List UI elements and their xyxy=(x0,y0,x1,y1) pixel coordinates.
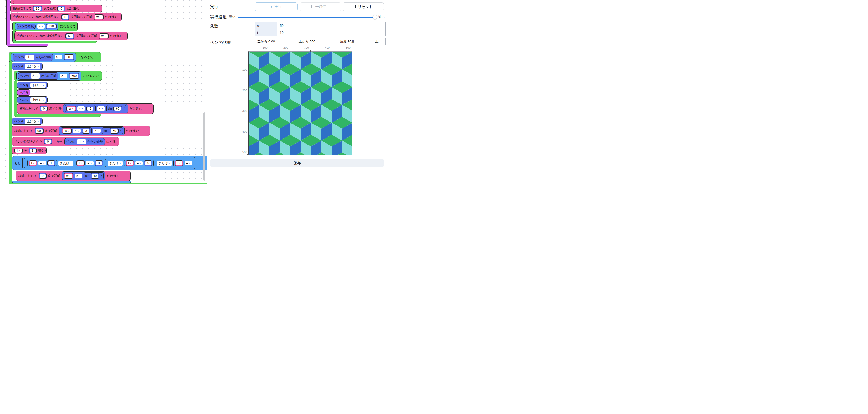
dropdown-field[interactable]: 上げる▼ xyxy=(25,64,40,69)
number-field[interactable]: 0 xyxy=(40,106,48,111)
variable-field[interactable]: w▼ xyxy=(99,33,108,39)
variable-field[interactable]: i▼ xyxy=(29,160,37,166)
expression-group[interactable]: ペンの左▼からの距離>▼600 xyxy=(16,71,81,80)
variable-field[interactable]: i▼ xyxy=(175,160,183,166)
number-field[interactable]: 330 xyxy=(46,24,57,29)
until-pen-angle-330-tail[interactable] xyxy=(12,40,97,43)
pen-up-3[interactable]: ペンを上げる▼ xyxy=(12,118,42,125)
expression-group[interactable]: ペンの左▼からの距離 xyxy=(18,72,58,79)
dropdown-field[interactable]: または▼ xyxy=(58,161,73,166)
if-block-tail[interactable] xyxy=(12,181,131,183)
dropdown-field[interactable]: 下げる▼ xyxy=(30,83,45,88)
dropdown-field[interactable]: 上▼ xyxy=(77,139,86,144)
number-field[interactable]: 3 xyxy=(95,160,103,166)
until-pen-left-600[interactable]: ペンの左▼からの距離>▼600になるまで xyxy=(14,71,102,81)
expression-group[interactable]: i▼=▼3 xyxy=(75,160,104,167)
until-pen-left-600-tail[interactable] xyxy=(14,114,101,117)
number-field[interactable]: 60 xyxy=(110,128,119,134)
rotate-60-forward-w[interactable]: 今向いている方向から時計回りに60度回転して距離w▼だけ進む xyxy=(14,32,128,40)
expression-group[interactable]: ペンの角度 xyxy=(17,24,36,29)
variable-field[interactable]: i▼ xyxy=(14,148,23,153)
number-field[interactable]: 2 xyxy=(86,106,94,111)
pen-down[interactable]: ペンを下げる▼ xyxy=(17,82,48,89)
expression-group[interactable]: w▼×▼sin60° xyxy=(62,171,105,180)
expression-group[interactable]: ペンの角度≥▼330 xyxy=(15,23,58,30)
number-field[interactable]: 600 xyxy=(64,54,74,60)
pen-up-1[interactable]: ペンを上げる▼ xyxy=(12,63,42,70)
number-field[interactable]: 90 xyxy=(35,128,43,134)
expression-group[interactable]: i▼=▼1または▼i▼=▼3 xyxy=(26,159,106,168)
variable-field[interactable]: w▼ xyxy=(62,128,72,134)
speed-slider-thumb[interactable] xyxy=(373,14,377,19)
move-angle-30-dist-0[interactable]: 横軸に対して30度で距離0だけ進む xyxy=(10,5,102,12)
number-field[interactable]: 3 xyxy=(82,128,90,134)
dropdown-field[interactable]: >▼ xyxy=(55,55,62,59)
until-pen-top-600-bar[interactable] xyxy=(9,62,12,183)
save-button[interactable]: 保存 xyxy=(210,159,384,167)
move-0-w-x2-sin60[interactable]: 横軸に対して0度で距離w▼×▼2×▼sin60°だけ進む xyxy=(17,104,154,114)
expression-group[interactable]: ペンの上▼からの距離 xyxy=(13,54,53,61)
number-field[interactable]: 600 xyxy=(69,73,80,78)
outer-loop-bottom-strip[interactable] xyxy=(9,183,207,184)
variable-field[interactable]: w▼ xyxy=(66,106,76,111)
expression-group[interactable]: i▼=▼ xyxy=(174,160,193,167)
block-workspace[interactable]: ）横軸に対して30度で距離0だけ進む今向いている方向から時計回りに0度回転して距… xyxy=(0,0,207,184)
move-0-w-sin60[interactable]: 横軸に対して0度で距離w▼×▼sin60°だけ進む xyxy=(16,171,131,181)
run-button[interactable]: 実行 xyxy=(254,2,298,11)
dropdown-field[interactable]: または▼ xyxy=(107,161,123,166)
number-field[interactable]: 0 xyxy=(61,14,69,20)
dropdown-field[interactable]: =▼ xyxy=(38,161,46,165)
expression-group[interactable]: i▼=▼5 xyxy=(124,160,154,167)
expression-group[interactable]: sin60° xyxy=(84,172,104,179)
expression-group[interactable]: w▼×▼3×▼cos60° xyxy=(59,127,125,135)
dropdown-field[interactable]: ×▼ xyxy=(73,129,81,133)
dropdown-field[interactable]: ×▼ xyxy=(93,129,100,133)
move-90-w-x3-cos60[interactable]: 横軸に対して90度で距離w▼×▼3×▼cos60°だけ進む xyxy=(12,126,150,136)
outer-loop-bottom-tail[interactable] xyxy=(6,44,49,47)
number-field[interactable]: 0 xyxy=(44,139,52,144)
variable-field[interactable]: w▼ xyxy=(64,173,73,179)
until-pen-left-600-bar[interactable] xyxy=(14,81,17,114)
variable-field[interactable]: w▼ xyxy=(94,14,104,20)
dropdown-field[interactable]: =▼ xyxy=(135,161,143,165)
outer-loop-left-bar[interactable] xyxy=(6,0,10,44)
dropdown-field[interactable]: 上げる▼ xyxy=(30,97,45,103)
number-field[interactable]: 1 xyxy=(48,160,55,166)
expression-group[interactable]: i▼=▼1 xyxy=(27,160,57,167)
dropdown-field[interactable]: ×▼ xyxy=(97,106,105,111)
dropdown-field[interactable]: =▼ xyxy=(185,161,192,165)
number-field[interactable]: 60 xyxy=(113,106,122,111)
dropdown-field[interactable]: >▼ xyxy=(60,74,67,78)
expression-group[interactable]: cos60° xyxy=(102,128,123,134)
number-field[interactable]: 60 xyxy=(65,33,74,39)
number-field[interactable]: 60 xyxy=(91,173,99,179)
number-field[interactable]: 0 xyxy=(39,173,46,179)
set-pen-position[interactable]: ペンの位置を左から0上からペンの上▼からの距離にする xyxy=(12,137,119,146)
expression-group[interactable]: w▼×▼2 xyxy=(65,105,96,112)
dropdown-field[interactable]: =▼ xyxy=(86,161,93,165)
dropdown-field[interactable]: ≥▼ xyxy=(37,24,44,29)
expression-group[interactable]: w▼×▼2×▼sin60° xyxy=(63,104,128,113)
clipped-top-block[interactable]: ） xyxy=(10,0,51,4)
dropdown-field[interactable]: ×▼ xyxy=(75,174,82,178)
hexagon-call[interactable]: 六角形 xyxy=(17,90,30,96)
dropdown-field[interactable]: ×▼ xyxy=(78,106,85,111)
variable-field[interactable]: i▼ xyxy=(76,160,85,166)
speed-slider-track[interactable] xyxy=(238,16,375,18)
dropdown-field[interactable]: または▼ xyxy=(157,161,172,166)
rotate-0-forward-w[interactable]: 今向いている方向から時計回りに0度回転して距離w▼だけ進む xyxy=(10,13,122,21)
number-field[interactable]: 30 xyxy=(33,6,42,11)
pen-up-2[interactable]: ペンを上げる▼ xyxy=(17,96,48,103)
reset-button[interactable]: リセット xyxy=(343,2,384,11)
dropdown-field[interactable]: 上▼ xyxy=(26,55,34,60)
if-block[interactable]: もしi▼=▼1または▼i▼=▼3または▼i▼=▼5または▼i▼=▼ xyxy=(12,156,207,170)
expression-group[interactable]: w▼×▼3 xyxy=(61,128,92,134)
pause-button[interactable]: 一時停止 xyxy=(300,2,341,11)
until-pen-angle-330[interactable]: ペンの角度≥▼330になるまで xyxy=(12,22,78,31)
expression-group[interactable]: ペンの上▼からの距離>▼600 xyxy=(11,53,76,62)
number-field[interactable]: 0 xyxy=(57,6,65,11)
dropdown-field[interactable]: 上げる▼ xyxy=(25,119,40,124)
variable-field[interactable]: i▼ xyxy=(126,160,134,166)
number-field[interactable]: 1 xyxy=(29,148,37,153)
expression-group[interactable]: i▼=▼1または▼i▼=▼3または▼i▼=▼5または▼i▼=▼ xyxy=(22,157,195,169)
